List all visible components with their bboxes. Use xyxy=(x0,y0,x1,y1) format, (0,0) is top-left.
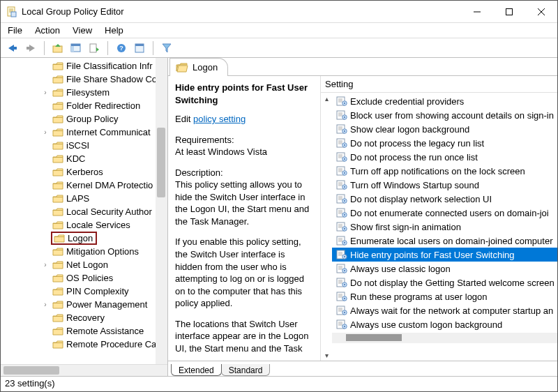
menu-file[interactable]: File xyxy=(8,25,22,36)
settings-hthumb[interactable] xyxy=(346,334,402,341)
settings-panel: Setting ▴ ▾ Exclude credential providers… xyxy=(320,76,557,361)
tree-scroll[interactable]: File Classification InfrFile Share Shado… xyxy=(1,58,167,364)
scroll-down-icon[interactable]: ▾ xyxy=(321,349,332,361)
minimize-button[interactable] xyxy=(461,1,493,23)
tree-item[interactable]: Logon xyxy=(1,232,167,245)
properties-button[interactable] xyxy=(132,40,147,56)
tree-item[interactable]: Kernel DMA Protectio xyxy=(1,179,167,192)
view-tabs: Extended Standard xyxy=(168,361,557,376)
setting-row[interactable]: Turn off app notifications on the lock s… xyxy=(332,164,557,178)
requirements-label: Requirements: xyxy=(175,134,313,146)
close-button[interactable] xyxy=(525,1,557,23)
tree-item[interactable]: Group Policy xyxy=(1,112,167,126)
show-hide-tree-button[interactable] xyxy=(68,40,84,56)
tree-item[interactable]: KDC xyxy=(1,152,167,165)
setting-row[interactable]: Do not process the run once list xyxy=(332,150,557,164)
svg-point-100 xyxy=(344,270,345,271)
tree-item-label: Local Security Author xyxy=(66,206,152,217)
filter-button[interactable] xyxy=(159,40,174,56)
folder-icon xyxy=(52,247,63,257)
tree-item[interactable]: Recovery xyxy=(1,311,167,324)
tab-standard[interactable]: Standard xyxy=(221,364,271,376)
menu-view[interactable]: View xyxy=(73,25,92,36)
tree-vscroll[interactable] xyxy=(156,58,167,364)
tree-item[interactable]: iSCSI xyxy=(1,139,167,152)
setting-row[interactable]: Show first sign-in animation xyxy=(332,220,557,234)
tree-item[interactable]: ›Internet Communicat xyxy=(1,126,167,139)
tree-item[interactable]: File Share Shadow Co xyxy=(1,73,167,86)
setting-label: Block user from showing account details … xyxy=(350,110,554,121)
tree-item[interactable]: Remote Procedure Ca xyxy=(1,338,167,351)
tree-item[interactable]: Remote Assistance xyxy=(1,324,167,338)
toolbar-divider xyxy=(107,41,108,55)
help-button[interactable]: ? xyxy=(114,40,129,56)
tree-item[interactable]: Locale Services xyxy=(1,218,167,232)
tab-extended[interactable]: Extended xyxy=(171,364,222,376)
settings-vscroll[interactable]: ▴ ▾ xyxy=(321,93,332,361)
setting-row[interactable]: Block user from showing account details … xyxy=(332,108,557,122)
setting-row[interactable]: Do not display network selection UI xyxy=(332,192,557,206)
settings-hscroll[interactable] xyxy=(332,333,557,343)
tree-hscroll[interactable] xyxy=(1,364,167,376)
chevron-right-icon[interactable]: › xyxy=(41,301,50,308)
tree-item[interactable]: Mitigation Options xyxy=(1,245,167,258)
tree-item-label: File Share Shadow Co xyxy=(66,74,157,84)
export-button[interactable] xyxy=(86,40,102,56)
menu-action[interactable]: Action xyxy=(35,25,60,36)
setting-row[interactable]: Show clear logon background xyxy=(332,122,557,136)
tree-item[interactable]: ›Power Management xyxy=(1,298,167,311)
setting-row[interactable]: Do not process the legacy run list xyxy=(332,136,557,150)
tree-item[interactable]: PIN Complexity xyxy=(1,285,167,298)
setting-row[interactable]: Enumerate local users on domain-joined c… xyxy=(332,234,557,248)
tree-item[interactable]: LAPS xyxy=(1,192,167,205)
setting-row[interactable]: Run these programs at user logon xyxy=(332,289,557,303)
policy-icon xyxy=(336,152,347,162)
tree-item-label: Kerberos xyxy=(66,167,103,177)
forward-button[interactable] xyxy=(23,40,38,56)
tree-item-label: Power Management xyxy=(66,299,147,310)
chevron-right-icon[interactable]: › xyxy=(41,261,50,269)
setting-row[interactable]: Turn off Windows Startup sound xyxy=(332,178,557,192)
titlebar: Local Group Policy Editor xyxy=(1,1,557,23)
up-button[interactable] xyxy=(50,40,66,56)
tree-item[interactable]: OS Policies xyxy=(1,271,167,285)
edit-policy-link[interactable]: policy setting xyxy=(193,114,246,124)
back-button[interactable] xyxy=(5,40,20,56)
folder-icon xyxy=(52,88,63,98)
tree-item[interactable]: ›Filesystem xyxy=(1,86,167,99)
tree-item[interactable]: File Classification Infr xyxy=(1,59,167,73)
tree-vthumb[interactable] xyxy=(157,128,165,197)
svg-rect-16 xyxy=(90,44,96,52)
scroll-up-icon[interactable]: ▴ xyxy=(321,93,332,104)
folder-open-icon xyxy=(176,63,188,73)
chevron-right-icon[interactable]: › xyxy=(41,128,50,136)
setting-row[interactable]: Always use classic logon xyxy=(332,262,557,276)
setting-label: Do not enumerate connected users on doma… xyxy=(350,208,549,218)
setting-row[interactable]: Do not display the Getting Started welco… xyxy=(332,276,557,289)
policy-icon xyxy=(336,194,347,204)
setting-row[interactable]: Hide entry points for Fast User Switchin… xyxy=(332,248,557,262)
tree-item-label: iSCSI xyxy=(66,140,89,151)
tree-item[interactable]: ›Net Logon xyxy=(1,258,167,271)
tree-item[interactable]: Local Security Author xyxy=(1,205,167,218)
tree-item-label: LAPS xyxy=(66,193,89,204)
folder-icon xyxy=(52,101,63,111)
setting-row[interactable]: Do not enumerate connected users on doma… xyxy=(332,206,557,220)
svg-point-52 xyxy=(344,158,345,160)
setting-row[interactable]: Always wait for the network at computer … xyxy=(332,303,557,317)
maximize-button[interactable] xyxy=(493,1,525,23)
chevron-right-icon[interactable]: › xyxy=(41,89,50,96)
setting-row[interactable]: Exclude credential providers xyxy=(332,94,557,108)
setting-row[interactable]: Always use custom logon background xyxy=(332,317,557,331)
tree-item-label: PIN Complexity xyxy=(66,286,129,296)
tree-item[interactable]: Folder Redirection xyxy=(1,99,167,112)
tree-item[interactable]: Kerberos xyxy=(1,165,167,179)
tree-item-label: Kernel DMA Protectio xyxy=(66,180,153,190)
menu-help[interactable]: Help xyxy=(105,25,123,36)
folder-icon xyxy=(52,141,63,151)
setting-label: Always use classic logon xyxy=(350,264,451,274)
svg-marker-17 xyxy=(96,47,99,52)
tree-item-label: Group Policy xyxy=(66,114,118,124)
tree-hthumb[interactable] xyxy=(3,366,59,375)
settings-column-header[interactable]: Setting xyxy=(321,76,557,93)
